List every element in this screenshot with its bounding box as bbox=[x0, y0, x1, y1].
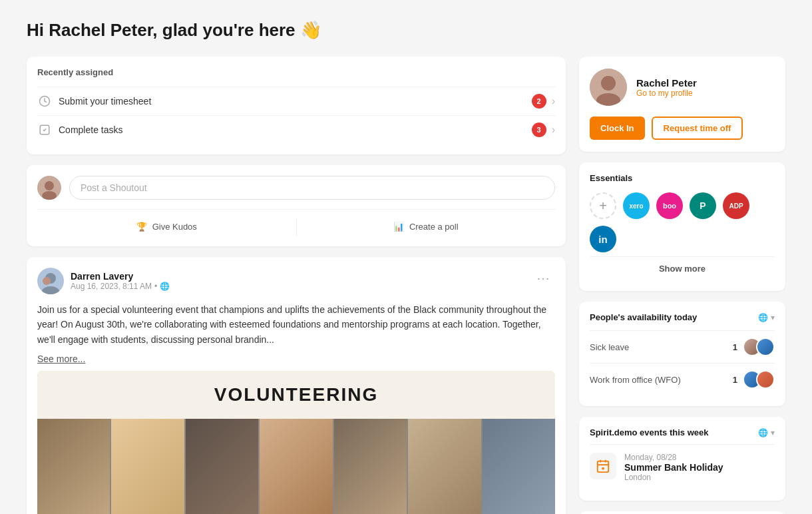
task-label-timesheet: Submit your timesheet bbox=[59, 96, 532, 107]
events-globe-button[interactable]: 🌐 ▾ bbox=[758, 428, 775, 437]
sick-leave-label: Sick leave bbox=[590, 342, 629, 352]
shoutout-input[interactable]: Post a Shoutout bbox=[69, 176, 555, 200]
recently-assigned-title: Recently assigned bbox=[37, 67, 555, 77]
globe-icon: 🌐 bbox=[160, 282, 170, 291]
chevron-down-icon: ▾ bbox=[771, 313, 775, 322]
event-details: Monday, 08/28 Summer Bank Holiday London bbox=[624, 453, 723, 482]
event-date: Monday, 08/28 bbox=[624, 453, 723, 462]
svg-point-10 bbox=[601, 76, 616, 91]
clock-icon bbox=[37, 94, 52, 109]
give-kudos-button[interactable]: 🏆 Give Kudos bbox=[37, 218, 296, 236]
profile-info: Rachel Peter Go to my profile bbox=[579, 57, 785, 117]
shoutout-card: Post a Shoutout 🏆 Give Kudos 📊 Create a … bbox=[27, 165, 566, 246]
adp-icon[interactable]: ADP bbox=[723, 192, 749, 219]
task-chevron-timesheet: › bbox=[552, 95, 555, 107]
sick-avatar-2 bbox=[756, 338, 775, 356]
profile-actions: Clock In Request time off bbox=[579, 117, 785, 152]
wfo-avatar-2 bbox=[756, 370, 775, 389]
new-hires-card: New hires 🌐 ▾ bbox=[579, 511, 785, 514]
svg-rect-12 bbox=[598, 461, 609, 473]
photo-strip-3 bbox=[186, 419, 258, 514]
sick-leave-count: 1 bbox=[733, 342, 737, 352]
availability-wfo-right: 1 bbox=[733, 370, 775, 389]
photo-strip-2 bbox=[111, 419, 184, 514]
post-author-info: Darren Lavery Aug 16, 2023, 8:11 AM • 🌐 bbox=[37, 268, 170, 294]
essentials-card: Essentials + xero boo P ADP in Show more bbox=[579, 162, 785, 291]
right-column: Rachel Peter Go to my profile Clock In R… bbox=[579, 57, 785, 514]
availability-globe-button[interactable]: 🌐 ▾ bbox=[758, 313, 775, 322]
availability-row-wfo[interactable]: Work from office (WFO) 1 bbox=[590, 363, 775, 395]
post-options-button[interactable]: ⋯ bbox=[531, 268, 555, 289]
left-column: Recently assigned Submit your timesheet … bbox=[27, 57, 566, 514]
shoutout-actions: 🏆 Give Kudos 📊 Create a poll bbox=[37, 209, 555, 236]
wfo-count: 1 bbox=[733, 375, 737, 385]
see-more-link[interactable]: See more... bbox=[37, 354, 85, 364]
profile-avatar bbox=[590, 69, 627, 106]
create-poll-label: Create a poll bbox=[409, 222, 459, 232]
profile-text: Rachel Peter Go to my profile bbox=[636, 77, 697, 98]
shoutout-input-row: Post a Shoutout bbox=[37, 176, 555, 209]
post-meta: Aug 16, 2023, 8:11 AM • 🌐 bbox=[71, 282, 170, 291]
post-avatar bbox=[37, 268, 64, 294]
boo-icon[interactable]: boo bbox=[656, 192, 683, 219]
clock-in-button[interactable]: Clock In bbox=[590, 117, 645, 140]
availability-header: People's availability today 🌐 ▾ bbox=[590, 312, 775, 322]
linkedin-icon[interactable]: in bbox=[590, 226, 616, 252]
profile-link[interactable]: Go to my profile bbox=[636, 89, 697, 98]
task-badge-timesheet: 2 bbox=[532, 94, 546, 109]
sick-leave-avatars bbox=[743, 338, 775, 356]
photo-strip-1 bbox=[37, 419, 110, 514]
availability-sick-right: 1 bbox=[733, 338, 775, 356]
post-image-header: VOLUNTEERING bbox=[37, 371, 555, 419]
check-icon bbox=[37, 123, 52, 137]
photo-strip-7 bbox=[483, 419, 555, 514]
wfo-avatars bbox=[743, 370, 775, 389]
svg-point-8 bbox=[43, 277, 51, 285]
show-more-button[interactable]: Show more bbox=[590, 256, 775, 280]
add-essential-button[interactable]: + bbox=[590, 192, 616, 219]
task-row-timesheet[interactable]: Submit your timesheet 2 › bbox=[37, 87, 555, 115]
xero-icon[interactable]: xero bbox=[623, 192, 650, 219]
post-image-title: VOLUNTEERING bbox=[51, 384, 542, 405]
essentials-title: Essentials bbox=[590, 173, 775, 183]
svg-point-3 bbox=[45, 181, 54, 190]
globe-icon-avail: 🌐 bbox=[758, 313, 768, 322]
post-image-photos bbox=[37, 419, 555, 514]
availability-title: People's availability today bbox=[590, 312, 697, 322]
create-poll-button[interactable]: 📊 Create a poll bbox=[297, 218, 556, 236]
svg-point-16 bbox=[602, 467, 604, 470]
post-author-details: Darren Lavery Aug 16, 2023, 8:11 AM • 🌐 bbox=[71, 271, 170, 291]
events-chevron-icon: ▾ bbox=[771, 428, 775, 437]
trophy-icon: 🏆 bbox=[136, 222, 147, 232]
task-badge-complete: 3 bbox=[532, 123, 546, 137]
task-label-complete: Complete tasks bbox=[59, 125, 532, 135]
events-title: Spirit.demo events this week bbox=[590, 427, 708, 437]
shoutout-avatar bbox=[37, 176, 61, 200]
post-image: VOLUNTEERING bbox=[37, 371, 555, 514]
event-row-bank-holiday[interactable]: Monday, 08/28 Summer Bank Holiday London bbox=[590, 444, 775, 490]
poll-icon: 📊 bbox=[393, 222, 404, 232]
post-author-name: Darren Lavery bbox=[71, 271, 170, 282]
events-header: Spirit.demo events this week 🌐 ▾ bbox=[590, 427, 775, 437]
availability-card: People's availability today 🌐 ▾ Sick lea… bbox=[579, 302, 785, 406]
give-kudos-label: Give Kudos bbox=[152, 222, 197, 232]
pentius-icon[interactable]: P bbox=[690, 192, 716, 219]
greeting: Hi Rachel Peter, glad you're here 👋 bbox=[27, 20, 785, 41]
post-card: Darren Lavery Aug 16, 2023, 8:11 AM • 🌐 … bbox=[27, 257, 566, 514]
post-text: Join us for a special volunteering event… bbox=[37, 302, 555, 347]
task-row-complete[interactable]: Complete tasks 3 › bbox=[37, 115, 555, 144]
event-name: Summer Bank Holiday bbox=[624, 462, 723, 473]
profile-card: Rachel Peter Go to my profile Clock In R… bbox=[579, 57, 785, 152]
availability-row-sick[interactable]: Sick leave 1 bbox=[590, 330, 775, 363]
request-time-off-button[interactable]: Request time off bbox=[652, 117, 743, 140]
event-location: London bbox=[624, 473, 723, 482]
globe-icon-events: 🌐 bbox=[758, 428, 768, 437]
event-calendar-icon bbox=[590, 453, 616, 479]
post-header: Darren Lavery Aug 16, 2023, 8:11 AM • 🌐 … bbox=[37, 268, 555, 294]
task-chevron-complete: › bbox=[552, 124, 555, 136]
events-card: Spirit.demo events this week 🌐 ▾ bbox=[579, 417, 785, 501]
wfo-label: Work from office (WFO) bbox=[590, 375, 681, 385]
photo-strip-5 bbox=[334, 419, 407, 514]
photo-strip-4 bbox=[260, 419, 332, 514]
photo-strip-6 bbox=[408, 419, 481, 514]
